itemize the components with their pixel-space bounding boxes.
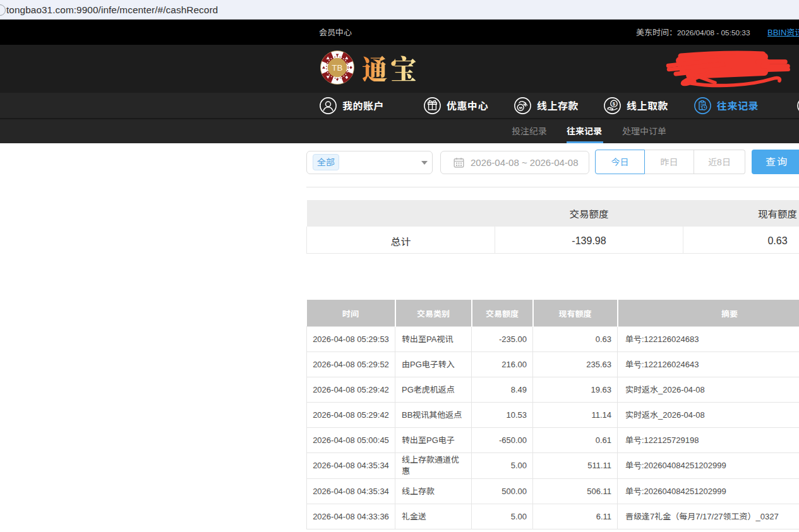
svg-text:$: $ [613, 101, 616, 107]
svg-text:TB: TB [332, 63, 342, 73]
